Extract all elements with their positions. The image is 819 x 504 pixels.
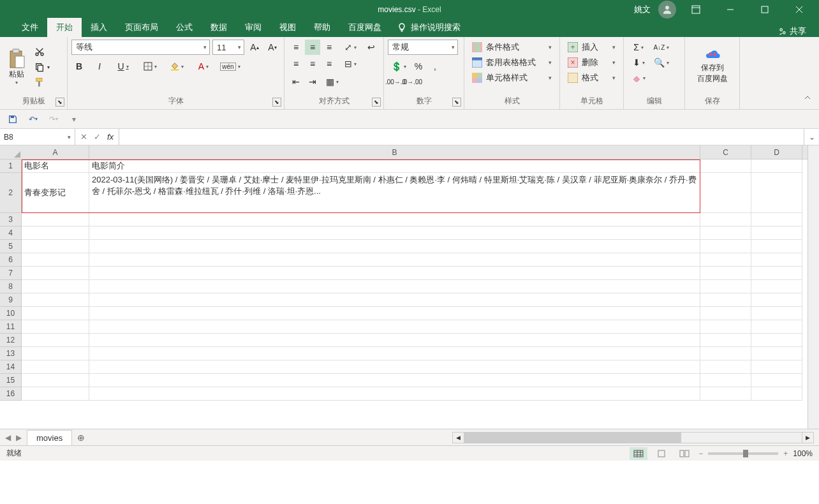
cell[interactable] [89,267,700,280]
orientation-button[interactable]: ⤢ [339,40,361,55]
decrease-font-button[interactable]: A▾ [265,40,280,55]
row-header-12[interactable]: 12 [0,334,21,347]
merge-center-button[interactable]: ▦ [321,74,343,89]
cell[interactable] [700,267,751,280]
merge-button[interactable]: ⊟ [339,56,361,71]
horizontal-scrollbar[interactable]: ◀ ▶ [452,432,814,443]
cell[interactable] [89,347,700,360]
hscroll-right[interactable]: ▶ [802,433,813,443]
cell[interactable] [751,267,802,280]
cell[interactable] [751,213,802,226]
collapse-ribbon-button[interactable] [800,90,815,105]
user-avatar[interactable] [658,1,676,19]
tab-home[interactable]: 开始 [47,18,82,37]
undo-button[interactable]: ↶▾ [26,112,41,127]
minimize-button[interactable] [716,0,745,19]
format-painter-button[interactable] [32,75,52,89]
cell[interactable] [22,347,89,360]
font-color-button[interactable]: A [193,59,214,74]
qat-customize-button[interactable]: ▾ [66,112,82,127]
maximize-button[interactable] [750,0,779,19]
align-left-button[interactable]: ≡ [288,56,304,71]
paste-button[interactable]: 粘贴 ▾ [4,42,29,92]
col-header-c[interactable]: C [700,145,751,159]
cell[interactable] [22,320,89,334]
comma-button[interactable]: , [427,59,443,74]
sheet-nav-prev[interactable]: ◀ [4,432,12,443]
cell[interactable] [700,387,751,401]
cell[interactable] [700,347,751,360]
col-header-a[interactable]: A [22,145,89,159]
bold-button[interactable]: B [71,59,87,74]
cells-grid[interactable]: 电影名 电影简介 青春变形记 2022-03-11(美国网络) / 姜晋安 / … [22,159,808,401]
cell[interactable] [22,334,89,347]
borders-button[interactable] [139,59,161,74]
cell[interactable] [89,320,700,334]
cancel-formula-button[interactable]: ✕ [80,132,87,142]
cell[interactable] [22,293,89,307]
increase-font-button[interactable]: A▴ [247,40,262,55]
decrease-decimal-button[interactable]: .0→.00 [404,74,420,89]
cell[interactable] [751,347,802,360]
expand-formula-bar-button[interactable]: ⌄ [804,129,819,145]
cell[interactable] [751,387,802,401]
cell-b2[interactable]: 2022-03-11(美国网络) / 姜晋安 / 吴珊卓 / 艾娃·摩士 / 麦… [89,173,700,213]
add-sheet-button[interactable]: ⊕ [72,430,90,445]
cell[interactable] [89,374,700,387]
cell[interactable] [751,360,802,374]
insert-function-button[interactable]: fx [107,132,114,142]
tab-page-layout[interactable]: 页面布局 [116,18,167,37]
cell[interactable] [89,253,700,267]
select-all-button[interactable] [0,145,22,159]
save-button[interactable] [5,112,20,127]
cell-c1[interactable] [700,159,751,173]
row-header-13[interactable]: 13 [0,347,21,360]
format-cells-button[interactable]: 格式 [564,70,619,85]
fill-button[interactable]: ⬇ [628,55,649,70]
cell[interactable] [700,253,751,267]
number-format-combo[interactable]: 常规 [388,40,458,55]
row-header-4[interactable]: 4 [0,226,21,240]
italic-button[interactable]: I [92,59,107,74]
cell[interactable] [22,280,89,293]
cell[interactable] [751,226,802,240]
font-launcher[interactable]: ⬊ [272,98,281,107]
row-header-7[interactable]: 7 [0,267,21,280]
cell[interactable] [22,360,89,374]
cell[interactable] [22,307,89,320]
row-header-9[interactable]: 9 [0,293,21,307]
align-right-button[interactable]: ≡ [321,56,337,71]
tab-file[interactable]: 文件 [13,18,47,37]
cell-d1[interactable] [751,159,802,173]
conditional-formatting-button[interactable]: 条件格式 [468,40,556,55]
name-box[interactable]: B8 [0,129,75,145]
cell[interactable] [700,374,751,387]
zoom-slider[interactable] [708,452,778,455]
sheet-nav-next[interactable]: ▶ [15,432,23,443]
tell-me-search[interactable]: 操作说明搜索 [390,18,467,37]
cell[interactable] [89,240,700,253]
enter-formula-button[interactable]: ✓ [94,132,101,142]
autosum-button[interactable]: Σ [628,40,649,55]
fill-color-button[interactable] [166,59,188,74]
cell-a1[interactable]: 电影名 [22,159,89,173]
cell[interactable] [751,307,802,320]
col-header-d[interactable]: D [751,145,802,159]
align-center-button[interactable]: ≡ [305,56,320,71]
increase-decimal-button[interactable]: .00→.0 [388,74,403,89]
zoom-level[interactable]: 100% [793,449,813,458]
tab-baidu[interactable]: 百度网盘 [339,18,390,37]
accounting-button[interactable]: 💲 [388,59,410,74]
wrap-text-button[interactable]: ↩ [364,40,379,55]
row-header-5[interactable]: 5 [0,240,21,253]
tab-data[interactable]: 数据 [202,18,236,37]
underline-button[interactable]: U [112,59,134,74]
ribbon-options-button[interactable] [681,0,711,19]
delete-cells-button[interactable]: ×删除 [564,55,619,70]
cell[interactable] [22,240,89,253]
format-as-table-button[interactable]: 套用表格格式 [468,55,556,70]
row-header-11[interactable]: 11 [0,320,21,334]
increase-indent-button[interactable]: ⇥ [305,74,320,89]
cell[interactable] [700,293,751,307]
cell[interactable] [700,334,751,347]
